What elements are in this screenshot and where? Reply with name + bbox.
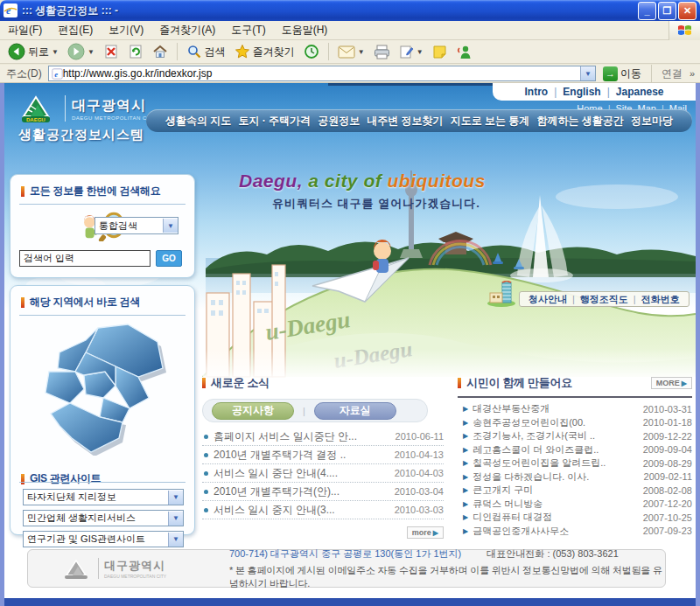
menu-help[interactable]: 도움말(H)	[274, 23, 336, 38]
news-title: 새로운 소식	[211, 375, 270, 391]
nav-nearby-info[interactable]: 내주변 정보찾기	[367, 114, 443, 129]
citizen-item[interactable]: ▶ 칠곡성도어린이집을 알려드립.. 2009-08-29	[458, 456, 692, 470]
citizen-more-button[interactable]: MORE ▶	[651, 377, 692, 389]
menu-file[interactable]: 파일(F)	[0, 23, 50, 38]
link-english[interactable]: English	[563, 86, 600, 98]
citizen-item[interactable]: ▶ 큰고개지 구미 2008-02-08	[458, 484, 692, 498]
back-button[interactable]: 뒤로 ▼	[5, 41, 61, 62]
citizen-item[interactable]: ▶ 송현주공성모어린이집(00. 2010-01-18	[458, 416, 692, 430]
news-item[interactable]: 홈페이지 서비스 일시중단 안... 2010-06-11	[202, 428, 444, 446]
gis-select-research[interactable]: 연구기관 및 GIS관련사이트 ▼	[23, 531, 184, 547]
bullet-icon: ▶	[463, 419, 468, 427]
print-button[interactable]	[371, 41, 393, 62]
nav-info-plaza[interactable]: 정보마당	[631, 114, 673, 129]
refresh-button[interactable]	[125, 41, 146, 62]
web-page: u-Daegu u-Daegu Intro | English | Japane…	[0, 83, 700, 606]
menu-view[interactable]: 보기(V)	[101, 23, 151, 38]
search-go-button[interactable]: GO	[156, 250, 182, 267]
stop-button[interactable]	[101, 41, 122, 62]
keyword-input[interactable]	[19, 250, 150, 267]
unified-search-panel: 모든 정보를 한번에 검색해요 통합검색 ▼	[10, 174, 195, 278]
links-chevron-icon[interactable]: »	[690, 68, 696, 79]
address-dropdown-icon[interactable]: ▼	[580, 66, 595, 80]
link-org-chart[interactable]: 행정조직도	[580, 293, 628, 306]
minimize-button[interactable]: _	[638, 2, 656, 20]
forward-dropdown[interactable]: ▼	[88, 48, 94, 56]
svg-text:e: e	[6, 4, 11, 17]
news-more-button[interactable]: more ▶	[407, 526, 444, 539]
messenger-button[interactable]	[453, 41, 474, 62]
nav-living-map[interactable]: 생활속의 지도	[165, 114, 231, 129]
nav-park-info[interactable]: 공원정보	[318, 114, 360, 129]
nav-land-price[interactable]: 토지 · 주택가격	[238, 114, 311, 129]
link-building-guide[interactable]: 청사안내	[528, 293, 567, 306]
menu-tools[interactable]: 도구(T)	[223, 23, 273, 38]
citizen-item[interactable]: ▶ 정성을 다하겠습니다. 이사. 2009-02-11	[458, 470, 692, 484]
notes-button[interactable]	[430, 41, 450, 62]
link-phone-numbers[interactable]: 전화번호	[641, 293, 680, 306]
nav-shared-space[interactable]: 함께하는 생활공간	[536, 114, 623, 129]
system-name: 생활공간정보시스템	[18, 127, 158, 143]
daegu-mountain-gray-icon	[63, 558, 93, 579]
links-label[interactable]: 연결	[658, 66, 686, 81]
search-panel-title: 모든 정보를 한번에 검색해요	[30, 184, 161, 199]
citizen-item[interactable]: ▶ 큐덕스 머니방송 2007-12-20	[458, 498, 692, 512]
go-button[interactable]: → 이동	[599, 66, 645, 81]
news-item[interactable]: 서비스 일시 중단 안내(4.... 2010-04-03	[202, 464, 444, 483]
news-item[interactable]: 2010년 개별주택가격 결정 .. 2010-04-13	[202, 446, 444, 464]
region-panel-title: 해당 지역에서 바로 검색	[30, 295, 140, 310]
close-button[interactable]: ✕	[678, 2, 696, 20]
news-section: 새로운 소식 공지사항 | 자료실 홈페이지 서비스 일시중단 안... 201…	[202, 375, 451, 539]
gis-select-municipalities[interactable]: 타자치단체 지리정보 ▼	[23, 489, 184, 505]
search-category-select[interactable]: 통합검색 ▼	[94, 217, 178, 234]
title-bar: e ::: 생활공간정보 ::: - _ ❐ ✕	[0, 0, 700, 21]
gis-sites-title: GIS 관련사이트	[30, 471, 101, 486]
mail-dropdown[interactable]: ▼	[358, 48, 365, 56]
footer-org: 대구광역시	[104, 558, 166, 574]
address-field[interactable]: e ▼	[48, 66, 596, 81]
tab-archive[interactable]: 자료실	[314, 402, 396, 420]
link-japanese[interactable]: Japanese	[616, 86, 664, 98]
maximize-button[interactable]: ❐	[658, 2, 676, 20]
messenger-icon	[456, 45, 472, 59]
link-intro[interactable]: Intro	[525, 86, 549, 98]
citizen-item[interactable]: ▶ 대경산부동산중개 2010-03-31	[458, 402, 692, 416]
nav-map-stats[interactable]: 지도로 보는 통계	[451, 114, 530, 129]
citizen-item[interactable]: ▶ 조경기능사, 조경기사(국비 .. 2009-12-22	[458, 429, 692, 443]
dropdown-icon[interactable]: ▼	[168, 491, 183, 505]
daegu-district-map[interactable]	[35, 323, 168, 456]
forward-button[interactable]: ▼	[65, 41, 97, 62]
citizen-item[interactable]: ▶ 금맥공인중개사사무소 2007-09-23	[458, 525, 692, 539]
home-button[interactable]	[150, 41, 171, 62]
menu-favorites[interactable]: 즐겨찾기(A)	[151, 23, 223, 38]
category-dropdown-icon[interactable]: ▼	[163, 219, 178, 233]
site-logo[interactable]: DAEGU 대구광역시 DAEGU METROPOLITAN CITY 생활공간…	[18, 94, 158, 143]
dropdown-icon[interactable]: ▼	[168, 533, 183, 547]
stop-icon	[103, 44, 119, 59]
url-input[interactable]	[63, 67, 580, 80]
citizen-item[interactable]: ▶ 레고홈스쿨이 더 와이즈클럽.. 2009-09-04	[458, 443, 692, 457]
bullet-icon	[204, 471, 208, 476]
notes-icon	[432, 45, 447, 59]
dropdown-icon[interactable]: ▼	[168, 512, 183, 526]
tab-notices[interactable]: 공지사항	[212, 402, 294, 420]
mail-icon	[338, 45, 355, 59]
page-ie-icon: e	[52, 68, 63, 80]
language-links: Intro | English | Japanese	[493, 83, 696, 101]
citizen-title: 시민이 함께 만들어요	[466, 375, 572, 391]
search-button[interactable]: 검색	[184, 41, 228, 62]
menu-edit[interactable]: 편집(E)	[50, 23, 101, 38]
gis-select-private[interactable]: 민간업체 생활지리서비스 ▼	[23, 510, 184, 526]
history-button[interactable]	[301, 41, 322, 62]
news-item[interactable]: 서비스 일시 중지 안내(3... 2010-03-03	[202, 501, 444, 519]
favorites-button[interactable]: 즐겨찾기	[232, 41, 298, 62]
edit-dropdown[interactable]: ▼	[416, 48, 424, 56]
edit-button[interactable]: ▼	[396, 41, 426, 62]
bullet-icon: ▶	[463, 459, 468, 467]
news-item[interactable]: 2010년 개별주택가격(안)... 2010-03-04	[202, 483, 444, 501]
mail-button[interactable]: ▼	[335, 41, 368, 62]
svg-text:e: e	[54, 69, 58, 78]
back-dropdown[interactable]: ▼	[52, 48, 59, 56]
favorites-star-icon	[234, 44, 250, 59]
citizen-item[interactable]: ▶ 디인컴퓨터 대경점 2007-10-25	[458, 511, 692, 525]
